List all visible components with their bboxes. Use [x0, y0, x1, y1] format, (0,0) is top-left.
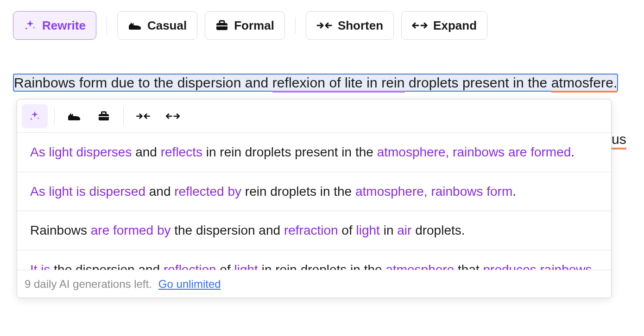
unchanged-text: of — [338, 223, 356, 237]
unchanged-text: the dispersion and — [51, 262, 164, 270]
unchanged-text: . — [571, 145, 575, 159]
rewrite-toolbar: Rewrite Casual Formal — [13, 11, 631, 40]
casual-label: Casual — [147, 19, 187, 33]
changed-text: are formed by — [91, 223, 171, 237]
unchanged-text: . — [512, 184, 516, 199]
toolbar-separator — [295, 17, 296, 34]
expand-icon — [412, 20, 428, 31]
shoe-icon — [128, 20, 142, 31]
changed-text: refraction — [284, 223, 338, 237]
formal-button[interactable]: Formal — [205, 11, 285, 40]
changed-text: atmosphere, rainbows form — [355, 184, 512, 199]
changed-text: As light is dispersed — [30, 184, 145, 199]
unchanged-text: rein droplets in the — [241, 184, 355, 199]
unchanged-text: the dispersion and — [170, 223, 284, 237]
svg-rect-4 — [216, 25, 227, 26]
changed-text: As light disperses — [30, 145, 132, 159]
suggestion-item[interactable]: As light is dispersed and reflected by r… — [17, 172, 611, 212]
svg-rect-3 — [220, 21, 224, 24]
popover-shorten-tab[interactable] — [130, 104, 156, 128]
sparkles-icon — [24, 19, 37, 32]
generations-remaining: 9 daily AI generations left. — [25, 278, 152, 291]
unchanged-text: and — [145, 184, 174, 199]
rewrite-popover: As light disperses and reflects in rein … — [17, 99, 612, 298]
unchanged-text: of — [216, 262, 234, 270]
popover-footer: 9 daily AI generations left. Go unlimite… — [17, 270, 611, 298]
expand-label: Expand — [433, 19, 477, 33]
svg-rect-8 — [101, 112, 106, 114]
unchanged-text: . — [592, 262, 596, 270]
spelling-underline[interactable]: us — [612, 131, 626, 149]
changed-text: air — [397, 223, 411, 237]
popover-toolbar — [17, 100, 611, 133]
casual-button[interactable]: Casual — [117, 11, 197, 40]
grammar-underline[interactable]: reflexion of lite in rein — [272, 75, 405, 93]
changed-text: reflected by — [174, 184, 241, 199]
changed-text: light — [234, 262, 258, 270]
changed-text: light — [356, 223, 380, 237]
spelling-underline[interactable]: atmosfere. — [551, 75, 618, 93]
changed-text: atmosphere — [385, 262, 454, 270]
popover-casual-tab[interactable] — [61, 104, 87, 128]
text-fragment: droplets present in the — [405, 75, 551, 90]
editor-area[interactable]: Rainbows form due to the dispersion and … — [13, 73, 631, 93]
shorten-label: Shorten — [338, 19, 383, 33]
toolbar-separator — [107, 17, 107, 34]
shorten-button[interactable]: Shorten — [306, 11, 394, 40]
popover-expand-tab[interactable] — [160, 104, 186, 128]
suggestion-item[interactable]: It is the dispersion and reflection of l… — [17, 250, 611, 270]
popover-rewrite-tab[interactable] — [22, 104, 48, 128]
unchanged-text: in rein droplets present in the — [202, 145, 377, 159]
formal-label: Formal — [234, 19, 274, 33]
briefcase-icon — [215, 19, 228, 31]
rewrite-label: Rewrite — [42, 19, 86, 33]
suggestion-list[interactable]: As light disperses and reflects in rein … — [17, 133, 611, 270]
unchanged-text: Rainbows — [30, 223, 91, 237]
changed-text: reflects — [161, 145, 202, 159]
expand-button[interactable]: Expand — [401, 11, 487, 40]
selected-text[interactable]: Rainbows form due to the dispersion and … — [13, 74, 618, 92]
popover-separator — [123, 107, 124, 125]
text-fragment: Rainbows form due to the dispersion and — [14, 75, 272, 90]
shorten-icon — [316, 20, 332, 31]
suggestion-item[interactable]: As light disperses and reflects in rein … — [17, 133, 611, 172]
suggestion-item[interactable]: Rainbows are formed by the dispersion an… — [17, 211, 611, 250]
changed-text: produces rainbows — [483, 262, 592, 270]
go-unlimited-link[interactable]: Go unlimited — [158, 278, 221, 291]
changed-text: It is — [30, 262, 51, 270]
unchanged-text: and — [132, 145, 160, 159]
popover-separator — [54, 107, 55, 125]
unchanged-text: in rein droplets in the — [258, 262, 386, 270]
svg-rect-9 — [99, 116, 109, 117]
unchanged-text: droplets. — [411, 223, 465, 237]
unchanged-text: in — [380, 223, 397, 237]
rewrite-button[interactable]: Rewrite — [13, 11, 96, 40]
changed-text: atmosphere, rainbows are formed — [377, 145, 571, 159]
popover-formal-tab[interactable] — [91, 104, 117, 128]
changed-text: reflection — [164, 262, 216, 270]
unchanged-text: that — [454, 262, 483, 270]
